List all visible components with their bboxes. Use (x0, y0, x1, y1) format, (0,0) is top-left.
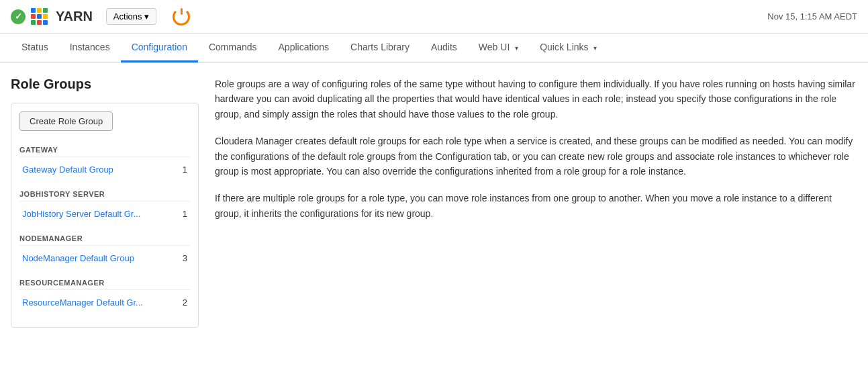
nav-tabs: Status Instances Configuration Commands … (0, 34, 868, 63)
role-section-nodemanager: NODEMANAGER NodeManager Default Group 3 (19, 230, 190, 267)
app-grid-icon (31, 8, 48, 25)
tab-status[interactable]: Status (11, 34, 59, 62)
nodemanager-default-group-count: 3 (183, 253, 187, 263)
tab-instances[interactable]: Instances (59, 34, 121, 62)
list-item[interactable]: JobHistory Server Default Gr... 1 (19, 205, 190, 222)
role-section-jobhistory: JOBHISTORY SERVER JobHistory Server Defa… (19, 186, 190, 222)
app-title: YARN (56, 9, 93, 24)
page-title: Role Groups (11, 77, 215, 92)
resourcemanager-default-group-count: 2 (183, 297, 187, 308)
jobhistory-default-group-count: 1 (183, 209, 187, 219)
gateway-default-group-count: 1 (183, 165, 187, 175)
resourcemanager-section-title: RESOURCEMANAGER (19, 275, 190, 290)
quick-links-dropdown-arrow: ▾ (593, 44, 597, 52)
tab-quick-links[interactable]: Quick Links ▾ (529, 34, 608, 62)
tab-commands[interactable]: Commands (198, 34, 268, 62)
timestamp: Nov 15, 1:15 AM AEDT (767, 11, 857, 21)
tab-charts-library[interactable]: Charts Library (340, 34, 420, 62)
gateway-section-title: GATEWAY (19, 142, 190, 157)
list-item[interactable]: NodeManager Default Group 3 (19, 250, 190, 267)
power-icon[interactable] (173, 8, 190, 26)
sidebar: Create Role Group GATEWAY Gateway Defaul… (11, 103, 199, 328)
jobhistory-default-group-link[interactable]: JobHistory Server Default Gr... (22, 209, 140, 219)
main-content: Role Groups Create Role Group GATEWAY Ga… (0, 63, 868, 341)
list-item[interactable]: Gateway Default Group 1 (19, 161, 190, 178)
list-item[interactable]: ResourceManager Default Gr... 2 (19, 294, 190, 311)
tab-audits[interactable]: Audits (420, 34, 468, 62)
create-role-group-button[interactable]: Create Role Group (19, 111, 113, 131)
nodemanager-default-group-link[interactable]: NodeManager Default Group (22, 253, 134, 263)
logo-area: ✓ YARN Actions ▾ (11, 8, 190, 26)
gateway-default-group-link[interactable]: Gateway Default Group (22, 165, 113, 175)
resourcemanager-default-group-link[interactable]: ResourceManager Default Gr... (22, 297, 143, 308)
top-bar: ✓ YARN Actions ▾ Nov 15, 1:15 AM AEDT (0, 0, 868, 34)
description-para-2: Cloudera Manager creates default role gr… (215, 134, 857, 179)
actions-dropdown-arrow: ▾ (144, 11, 149, 21)
tab-configuration[interactable]: Configuration (121, 34, 198, 62)
right-content: Role groups are a way of configuring rol… (215, 77, 857, 328)
description-para-3: If there are multiple role groups for a … (215, 191, 857, 221)
description-para-1: Role groups are a way of configuring rol… (215, 77, 857, 122)
tab-web-ui[interactable]: Web UI ▾ (468, 34, 529, 62)
jobhistory-section-title: JOBHISTORY SERVER (19, 186, 190, 201)
role-section-gateway: GATEWAY Gateway Default Group 1 (19, 142, 190, 178)
actions-button[interactable]: Actions ▾ (106, 8, 157, 25)
role-section-resourcemanager: RESOURCEMANAGER ResourceManager Default … (19, 275, 190, 311)
tab-applications[interactable]: Applications (268, 34, 340, 62)
status-check-icon: ✓ (11, 9, 26, 24)
nodemanager-section-title: NODEMANAGER (19, 230, 190, 246)
web-ui-dropdown-arrow: ▾ (515, 44, 518, 52)
